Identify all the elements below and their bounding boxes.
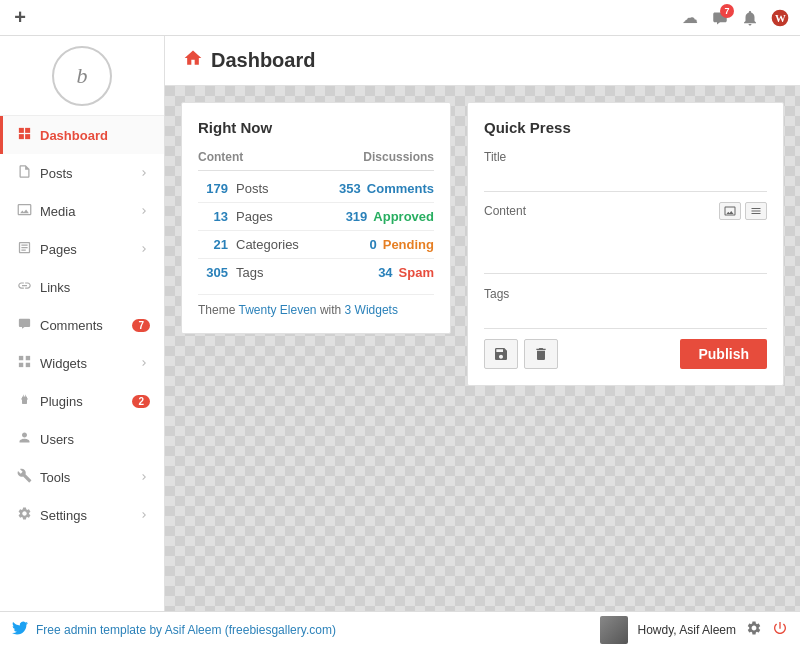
qp-publish-button[interactable]: Publish [680,339,767,369]
footer-power-icon[interactable] [772,620,788,640]
qp-editor-icons [719,202,767,220]
qp-tags-label: Tags [484,287,767,301]
footer-right: Howdy, Asif Aleem [600,616,788,644]
footer-settings-icon[interactable] [746,620,762,640]
sidebar-item-label: Users [40,432,74,447]
sidebar-item-label: Links [40,280,70,295]
sidebar-item-users[interactable]: Users [0,420,164,458]
sidebar-nav: Dashboard Posts Media [0,116,164,611]
footer-user-text: Howdy, Asif Aleem [638,623,736,637]
rn-theme-widgets-link[interactable]: 3 Widgets [345,303,398,317]
rn-posts-num: 179 [198,181,228,196]
rn-pending-count: 0 [347,237,377,252]
pages-icon [17,240,32,258]
rn-tags-label: Tags [236,265,263,280]
rn-theme-with: with [320,303,341,317]
content-area: Right Now Content Discussions 179 Posts … [165,86,800,611]
sidebar-item-posts[interactable]: Posts [0,154,164,192]
comments-icon[interactable]: 7 [710,8,730,28]
footer-avatar [600,616,628,644]
plugins-icon [17,392,32,410]
qp-editor-icon-image[interactable] [719,202,741,220]
sidebar-item-label: Dashboard [40,128,108,143]
rn-theme-name[interactable]: Twenty Eleven [238,303,316,317]
sidebar-item-label: Comments [40,318,103,333]
qp-content-label: Content [484,204,526,218]
rn-headers: Content Discussions [198,150,434,171]
sidebar-logo: b [0,36,164,116]
qp-delete-button[interactable] [524,339,558,369]
quick-press-widget: Quick Press Title Content [467,102,784,386]
footer-avatar-image [600,616,628,644]
rn-row-pages: 13 Pages 319 Approved [198,205,434,228]
comments-badge: 7 [720,4,734,18]
comments-nav-badge: 7 [132,319,150,332]
footer: Free admin template by Asif Aleem (freeb… [0,611,800,647]
tools-icon [17,468,32,486]
svg-text:W: W [775,12,786,24]
quick-press-title: Quick Press [484,119,767,136]
rn-approved-count: 319 [337,209,367,224]
wp-icon[interactable]: W [770,8,790,28]
right-now-title: Right Now [198,119,434,136]
top-bar: + ☁ 7 W [0,0,800,36]
rn-row-tags: 305 Tags 34 Spam [198,261,434,284]
qp-tags-input[interactable] [484,305,767,329]
rn-content-label: Content [198,150,243,164]
svg-rect-4 [19,134,24,139]
settings-arrow-icon [138,509,150,521]
pages-arrow-icon [138,243,150,255]
rn-theme-text: Theme [198,303,235,317]
sidebar-item-pages[interactable]: Pages [0,230,164,268]
sidebar-item-settings[interactable]: Settings [0,496,164,534]
cloud-icon[interactable]: ☁ [680,8,700,28]
logo: b [52,46,112,106]
sidebar-item-comments[interactable]: Comments 7 [0,306,164,344]
svg-rect-3 [25,128,30,133]
plugins-nav-badge: 2 [132,395,150,408]
sidebar-item-widgets[interactable]: Widgets [0,344,164,382]
media-arrow-icon [138,205,150,217]
rn-row-posts: 179 Posts 353 Comments [198,177,434,200]
rn-comments-status[interactable]: Comments [367,181,434,196]
rn-tags-num: 305 [198,265,228,280]
bell-icon[interactable] [740,8,760,28]
sidebar-item-label: Media [40,204,75,219]
rn-categories-num: 21 [198,237,228,252]
qp-content-textarea[interactable] [484,224,767,274]
links-icon [17,278,32,296]
layout: b Dashboard Posts [0,36,800,611]
qp-actions: Publish [484,339,767,369]
rn-spam-status[interactable]: Spam [399,265,434,280]
rn-theme: Theme Twenty Eleven with 3 Widgets [198,294,434,317]
qp-editor-icon-list[interactable] [745,202,767,220]
top-bar-right: ☁ 7 W [680,8,790,28]
rn-categories-label: Categories [236,237,299,252]
rn-spam-count: 34 [363,265,393,280]
svg-rect-9 [19,363,23,367]
page-title: Dashboard [211,49,315,72]
twitter-icon [12,620,28,640]
comments-nav-icon [17,316,32,334]
posts-arrow-icon [138,167,150,179]
sidebar-item-tools[interactable]: Tools [0,458,164,496]
sidebar-item-media[interactable]: Media [0,192,164,230]
users-icon [17,430,32,448]
rn-pending-status[interactable]: Pending [383,237,434,252]
footer-left: Free admin template by Asif Aleem (freeb… [12,620,336,640]
qp-title-input[interactable] [484,168,767,192]
rn-approved-status[interactable]: Approved [373,209,434,224]
sidebar-item-plugins[interactable]: Plugins 2 [0,382,164,420]
settings-icon [17,506,32,524]
sidebar-item-links[interactable]: Links [0,268,164,306]
tools-arrow-icon [138,471,150,483]
sidebar-item-dashboard[interactable]: Dashboard [0,116,164,154]
qp-save-button[interactable] [484,339,518,369]
rn-posts-label: Posts [236,181,269,196]
main-content: Dashboard Right Now Content Discussions … [165,36,800,611]
top-bar-left: + [10,8,30,28]
qp-title-label: Title [484,150,767,164]
qp-tags-field: Tags [484,287,767,329]
footer-link[interactable]: Free admin template by Asif Aleem (freeb… [36,623,336,637]
add-new-button[interactable]: + [10,8,30,28]
